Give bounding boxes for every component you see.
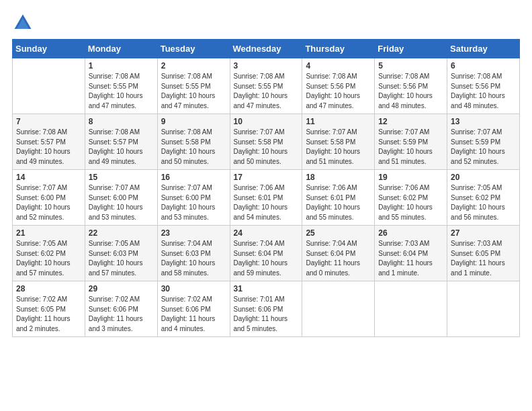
calendar-cell: 22Sunrise: 7:05 AM Sunset: 6:03 PM Dayli… <box>85 226 157 281</box>
calendar-cell: 16Sunrise: 7:07 AM Sunset: 6:00 PM Dayli… <box>157 170 230 226</box>
week-row-2: 7Sunrise: 7:08 AM Sunset: 5:57 PM Daylig… <box>13 114 520 170</box>
calendar-cell <box>13 58 85 114</box>
day-info: Sunrise: 7:08 AM Sunset: 5:56 PM Dayligh… <box>451 72 516 111</box>
calendar-cell: 23Sunrise: 7:04 AM Sunset: 6:03 PM Dayli… <box>157 226 230 281</box>
day-info: Sunrise: 7:02 AM Sunset: 6:05 PM Dayligh… <box>16 295 81 334</box>
calendar-cell: 15Sunrise: 7:07 AM Sunset: 6:00 PM Dayli… <box>85 170 157 226</box>
day-info: Sunrise: 7:03 AM Sunset: 6:05 PM Dayligh… <box>451 239 516 278</box>
day-number: 24 <box>234 228 299 238</box>
calendar-cell: 3Sunrise: 7:08 AM Sunset: 5:55 PM Daylig… <box>230 58 302 114</box>
calendar-cell: 20Sunrise: 7:05 AM Sunset: 6:02 PM Dayli… <box>447 170 520 226</box>
week-row-1: 1Sunrise: 7:08 AM Sunset: 5:55 PM Daylig… <box>13 58 520 114</box>
calendar-cell <box>302 281 375 337</box>
week-row-4: 21Sunrise: 7:05 AM Sunset: 6:02 PM Dayli… <box>13 226 520 281</box>
day-number: 1 <box>89 61 154 71</box>
weekday-header-thursday: Thursday <box>302 40 375 58</box>
day-info: Sunrise: 7:06 AM Sunset: 6:02 PM Dayligh… <box>378 183 443 222</box>
week-row-5: 28Sunrise: 7:02 AM Sunset: 6:05 PM Dayli… <box>13 281 520 337</box>
calendar-cell: 17Sunrise: 7:06 AM Sunset: 6:01 PM Dayli… <box>230 170 302 226</box>
calendar-cell: 25Sunrise: 7:04 AM Sunset: 6:04 PM Dayli… <box>302 226 375 281</box>
day-info: Sunrise: 7:05 AM Sunset: 6:02 PM Dayligh… <box>16 239 81 278</box>
day-info: Sunrise: 7:08 AM Sunset: 5:55 PM Dayligh… <box>234 72 299 111</box>
weekday-header-friday: Friday <box>375 40 447 58</box>
day-number: 15 <box>89 173 154 182</box>
day-info: Sunrise: 7:07 AM Sunset: 6:00 PM Dayligh… <box>161 183 226 222</box>
calendar-cell: 10Sunrise: 7:07 AM Sunset: 5:58 PM Dayli… <box>230 114 302 170</box>
day-info: Sunrise: 7:02 AM Sunset: 6:06 PM Dayligh… <box>161 295 226 334</box>
day-number: 13 <box>451 117 516 126</box>
day-info: Sunrise: 7:08 AM Sunset: 5:58 PM Dayligh… <box>161 128 226 167</box>
calendar-cell: 2Sunrise: 7:08 AM Sunset: 5:55 PM Daylig… <box>157 58 230 114</box>
day-info: Sunrise: 7:02 AM Sunset: 6:06 PM Dayligh… <box>89 295 154 334</box>
calendar-cell: 13Sunrise: 7:07 AM Sunset: 5:59 PM Dayli… <box>447 114 520 170</box>
day-info: Sunrise: 7:07 AM Sunset: 6:00 PM Dayligh… <box>89 183 154 222</box>
calendar-cell: 28Sunrise: 7:02 AM Sunset: 6:05 PM Dayli… <box>13 281 85 337</box>
weekday-header-saturday: Saturday <box>447 40 520 58</box>
day-number: 7 <box>16 117 81 126</box>
day-number: 23 <box>161 228 226 238</box>
calendar-cell <box>375 281 447 337</box>
calendar-cell: 5Sunrise: 7:08 AM Sunset: 5:56 PM Daylig… <box>375 58 447 114</box>
day-number: 3 <box>234 61 299 71</box>
day-number: 5 <box>378 61 443 71</box>
logo-icon <box>12 12 34 34</box>
calendar-cell: 14Sunrise: 7:07 AM Sunset: 6:00 PM Dayli… <box>13 170 85 226</box>
day-info: Sunrise: 7:08 AM Sunset: 5:55 PM Dayligh… <box>89 72 154 111</box>
day-number: 20 <box>451 173 516 182</box>
weekday-header-wednesday: Wednesday <box>230 40 302 58</box>
calendar-cell: 9Sunrise: 7:08 AM Sunset: 5:58 PM Daylig… <box>157 114 230 170</box>
day-number: 19 <box>378 173 443 182</box>
day-info: Sunrise: 7:04 AM Sunset: 6:04 PM Dayligh… <box>306 239 371 278</box>
day-info: Sunrise: 7:07 AM Sunset: 5:59 PM Dayligh… <box>378 128 443 167</box>
day-number: 12 <box>378 117 443 126</box>
day-number: 16 <box>161 173 226 182</box>
calendar-cell: 21Sunrise: 7:05 AM Sunset: 6:02 PM Dayli… <box>13 226 85 281</box>
day-info: Sunrise: 7:04 AM Sunset: 6:03 PM Dayligh… <box>161 239 226 278</box>
day-number: 28 <box>16 284 81 293</box>
day-number: 2 <box>161 61 226 71</box>
weekday-header-sunday: Sunday <box>13 40 85 58</box>
calendar-cell: 30Sunrise: 7:02 AM Sunset: 6:06 PM Dayli… <box>157 281 230 337</box>
day-number: 14 <box>16 173 81 182</box>
day-number: 6 <box>451 61 516 71</box>
day-number: 18 <box>306 173 371 182</box>
day-number: 10 <box>234 117 299 126</box>
calendar-cell: 29Sunrise: 7:02 AM Sunset: 6:06 PM Dayli… <box>85 281 157 337</box>
day-info: Sunrise: 7:05 AM Sunset: 6:02 PM Dayligh… <box>451 183 516 222</box>
calendar-cell: 12Sunrise: 7:07 AM Sunset: 5:59 PM Dayli… <box>375 114 447 170</box>
day-info: Sunrise: 7:05 AM Sunset: 6:03 PM Dayligh… <box>89 239 154 278</box>
weekday-header-row: SundayMondayTuesdayWednesdayThursdayFrid… <box>13 40 520 58</box>
calendar-cell: 4Sunrise: 7:08 AM Sunset: 5:56 PM Daylig… <box>302 58 375 114</box>
calendar-cell: 26Sunrise: 7:03 AM Sunset: 6:04 PM Dayli… <box>375 226 447 281</box>
day-number: 31 <box>234 284 299 293</box>
day-number: 4 <box>306 61 371 71</box>
day-number: 11 <box>306 117 371 126</box>
day-info: Sunrise: 7:07 AM Sunset: 5:59 PM Dayligh… <box>451 128 516 167</box>
day-number: 26 <box>378 228 443 238</box>
calendar: SundayMondayTuesdayWednesdayThursdayFrid… <box>12 39 520 337</box>
day-info: Sunrise: 7:08 AM Sunset: 5:56 PM Dayligh… <box>378 72 443 111</box>
day-info: Sunrise: 7:06 AM Sunset: 6:01 PM Dayligh… <box>234 183 299 222</box>
calendar-cell: 8Sunrise: 7:08 AM Sunset: 5:57 PM Daylig… <box>85 114 157 170</box>
calendar-cell: 24Sunrise: 7:04 AM Sunset: 6:04 PM Dayli… <box>230 226 302 281</box>
day-number: 17 <box>234 173 299 182</box>
day-number: 29 <box>89 284 154 293</box>
calendar-cell <box>447 281 520 337</box>
day-info: Sunrise: 7:08 AM Sunset: 5:57 PM Dayligh… <box>16 128 81 167</box>
day-number: 27 <box>451 228 516 238</box>
calendar-cell: 1Sunrise: 7:08 AM Sunset: 5:55 PM Daylig… <box>85 58 157 114</box>
day-info: Sunrise: 7:06 AM Sunset: 6:01 PM Dayligh… <box>306 183 371 222</box>
day-number: 8 <box>89 117 154 126</box>
weekday-header-monday: Monday <box>85 40 157 58</box>
day-info: Sunrise: 7:04 AM Sunset: 6:04 PM Dayligh… <box>234 239 299 278</box>
calendar-cell: 18Sunrise: 7:06 AM Sunset: 6:01 PM Dayli… <box>302 170 375 226</box>
day-info: Sunrise: 7:07 AM Sunset: 6:00 PM Dayligh… <box>16 183 81 222</box>
week-row-3: 14Sunrise: 7:07 AM Sunset: 6:00 PM Dayli… <box>13 170 520 226</box>
page: SundayMondayTuesdayWednesdayThursdayFrid… <box>0 0 532 349</box>
day-number: 30 <box>161 284 226 293</box>
day-info: Sunrise: 7:08 AM Sunset: 5:56 PM Dayligh… <box>306 72 371 111</box>
calendar-cell: 11Sunrise: 7:07 AM Sunset: 5:58 PM Dayli… <box>302 114 375 170</box>
calendar-cell: 31Sunrise: 7:01 AM Sunset: 6:06 PM Dayli… <box>230 281 302 337</box>
day-info: Sunrise: 7:08 AM Sunset: 5:55 PM Dayligh… <box>161 72 226 111</box>
weekday-header-tuesday: Tuesday <box>157 40 230 58</box>
